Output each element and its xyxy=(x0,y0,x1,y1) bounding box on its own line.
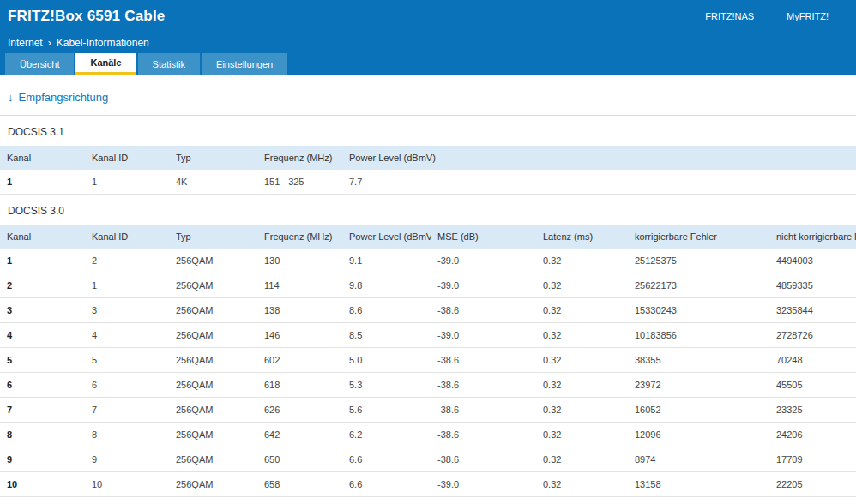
table-cell: 0.32 xyxy=(536,423,628,447)
app-header: FRITZ!Box 6591 Cable FRITZ!NAS MyFRITZ! xyxy=(0,0,856,32)
table-row: 1111256QAM6666.3-38.60.32731014698 xyxy=(0,497,856,504)
table-cell: 256QAM xyxy=(169,273,257,298)
docsis30-title: DOCSIS 3.0 xyxy=(0,195,856,225)
table-cell: 1 xyxy=(0,249,85,273)
table-cell: 6.6 xyxy=(342,472,431,497)
table-cell: 10 xyxy=(0,472,85,497)
table-cell: 650 xyxy=(257,447,342,472)
tab-ubersicht[interactable]: Übersicht xyxy=(5,53,74,75)
table-cell: 6 xyxy=(85,373,169,398)
docsis30-table: KanalKanal IDTypFrequenz (MHz)Power Leve… xyxy=(0,225,856,504)
table-row: 99256QAM6506.6-38.60.32897417709 xyxy=(0,447,856,472)
section-toggle-empfangsrichtung[interactable]: ↓ Empfangsrichtung xyxy=(0,83,116,115)
arrow-down-icon: ↓ xyxy=(8,91,14,104)
table-cell: 8.6 xyxy=(342,298,431,323)
table-cell: 5 xyxy=(85,348,169,373)
table-cell: 256QAM xyxy=(169,323,257,348)
breadcrumb-section-internet[interactable]: Internet xyxy=(8,37,43,49)
table-cell: 256QAM xyxy=(169,472,257,497)
table-cell: 8974 xyxy=(628,447,769,472)
table-cell: 146 xyxy=(257,323,342,348)
tab-statistik[interactable]: Statistik xyxy=(138,53,201,75)
table-cell: 6.2 xyxy=(342,423,431,447)
table-row: 55256QAM6025.0-38.60.323835570248 xyxy=(0,348,856,373)
table-cell: 4K xyxy=(169,170,257,195)
table-cell: 12096 xyxy=(628,423,769,447)
table-cell: 22205 xyxy=(769,472,856,497)
table-cell: -38.6 xyxy=(431,497,536,504)
table-cell: 7 xyxy=(0,398,85,423)
table-cell: 10 xyxy=(85,472,169,497)
column-header: Kanal xyxy=(0,225,85,249)
table-cell: 666 xyxy=(257,497,342,504)
table-cell: 10183856 xyxy=(628,323,769,348)
table-cell: 5.6 xyxy=(342,398,431,423)
table-cell: 4 xyxy=(0,323,85,348)
table-cell: 256QAM xyxy=(169,423,257,447)
table-cell: 256QAM xyxy=(169,497,257,504)
breadcrumb: Internet › Kabel-Informationen xyxy=(0,32,856,53)
table-header-row: KanalKanal IDTypFrequenz (MHz)Power Leve… xyxy=(0,225,856,249)
table-cell: 1 xyxy=(85,273,169,298)
table-cell: 11 xyxy=(0,497,85,504)
table-cell: 1 xyxy=(0,170,85,195)
column-header: Kanal xyxy=(0,146,85,170)
column-header: korrigierbare Fehler xyxy=(628,225,769,249)
breadcrumb-separator-icon: › xyxy=(48,37,51,49)
table-cell: 8.5 xyxy=(342,323,431,348)
table-cell: 256QAM xyxy=(169,373,257,398)
table-cell: 114 xyxy=(257,273,342,298)
column-header: Frequenz (MHz) xyxy=(257,146,342,170)
header-links: FRITZ!NAS MyFRITZ! xyxy=(705,11,829,21)
tab-einstellungen[interactable]: Einstellungen xyxy=(202,53,287,75)
table-cell: 7 xyxy=(85,398,169,423)
myfritz-link[interactable]: MyFRITZ! xyxy=(787,11,829,21)
table-cell: 11 xyxy=(85,497,169,504)
table-cell: -38.6 xyxy=(431,373,536,398)
table-cell: 138 xyxy=(257,298,342,323)
app-title: FRITZ!Box 6591 Cable xyxy=(8,8,166,25)
table-cell: 23972 xyxy=(628,373,769,398)
table-row: 21256QAM1149.8-39.00.32256221734859335 xyxy=(0,273,856,298)
table-cell: 8 xyxy=(85,423,169,447)
table-cell: 1 xyxy=(85,170,169,195)
table-cell: 2 xyxy=(0,273,85,298)
fritznas-link[interactable]: FRITZ!NAS xyxy=(705,11,754,21)
table-cell: 6 xyxy=(0,373,85,398)
table-cell: 4859335 xyxy=(769,273,856,298)
table-cell: 256QAM xyxy=(169,398,257,423)
table-cell: 9.8 xyxy=(342,273,431,298)
table-cell: 7.7 xyxy=(342,170,856,195)
table-cell: 9.1 xyxy=(342,249,431,273)
table-cell: 13158 xyxy=(628,472,769,497)
table-cell: 25622173 xyxy=(628,273,769,298)
table-cell: 9 xyxy=(85,447,169,472)
table-cell: 256QAM xyxy=(169,298,257,323)
table-cell: 15330243 xyxy=(628,298,769,323)
table-cell: 626 xyxy=(257,398,342,423)
table-cell: 5.3 xyxy=(342,373,431,398)
table-row: 1010256QAM6586.6-39.00.321315822205 xyxy=(0,472,856,497)
table-row: 77256QAM6265.6-38.60.321605223325 xyxy=(0,398,856,423)
table-row: 66256QAM6185.3-38.60.322397245505 xyxy=(0,373,856,398)
table-cell: 0.32 xyxy=(536,348,628,373)
table-cell: -38.6 xyxy=(431,447,536,472)
table-cell: 2728726 xyxy=(769,323,856,348)
table-cell: 6.6 xyxy=(342,447,431,472)
column-header: Power Level (dBmV) xyxy=(342,146,856,170)
table-cell: -39.0 xyxy=(431,249,536,273)
table-cell: 45505 xyxy=(769,373,856,398)
table-cell: 0.32 xyxy=(536,298,628,323)
column-header: MSE (dB) xyxy=(431,225,536,249)
table-cell: 151 - 325 xyxy=(257,170,342,195)
column-header: Typ xyxy=(169,146,257,170)
docsis31-title: DOCSIS 3.1 xyxy=(0,116,856,146)
column-header: Typ xyxy=(169,225,257,249)
table-row: 44256QAM1468.5-39.00.32101838562728726 xyxy=(0,323,856,348)
table-cell: 17709 xyxy=(769,447,856,472)
tab-kanale[interactable]: Kanäle xyxy=(75,53,136,75)
table-cell: 25125375 xyxy=(628,249,769,273)
column-header: Kanal ID xyxy=(85,146,169,170)
table-cell: 0.32 xyxy=(536,472,628,497)
table-header-row: KanalKanal IDTypFrequenz (MHz)Power Leve… xyxy=(0,146,856,170)
